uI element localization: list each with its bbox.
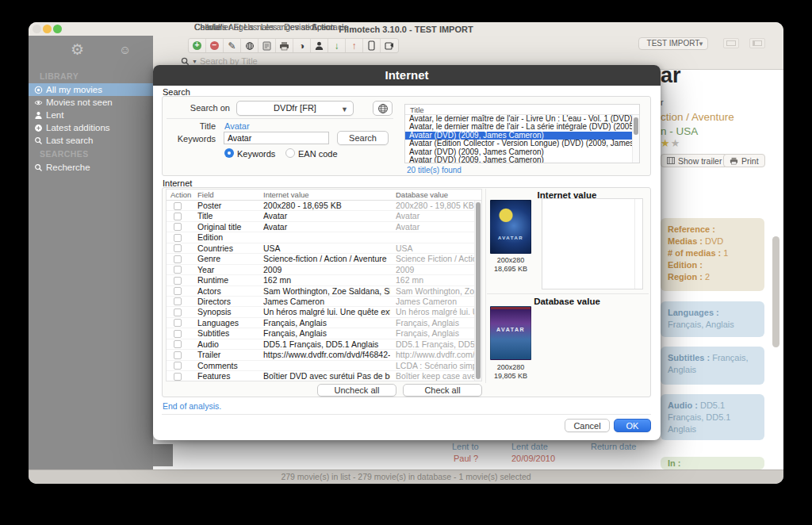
- show-trailer-button[interactable]: Show trailer: [661, 154, 728, 167]
- close-window-icon[interactable]: [33, 25, 41, 33]
- search-scope-caret[interactable]: ▼: [192, 59, 197, 64]
- results-scrollbar[interactable]: [632, 115, 639, 163]
- database-poster: AVATAR: [490, 306, 531, 360]
- table-row: Trailer https://www.dvdfr.com/dvd/f46842…: [167, 350, 481, 360]
- action-checkbox[interactable]: [174, 255, 182, 263]
- plus-circle-icon: [34, 124, 43, 132]
- remove-movie-icon[interactable]: −: [206, 39, 224, 52]
- internet-poster: AVATAR: [490, 200, 531, 254]
- sidebar-item-last-search[interactable]: Last search: [29, 134, 153, 147]
- search-result-row[interactable]: Avatar (DVD) (2009, James Cameron): [405, 148, 639, 156]
- title-value: Avatar: [224, 121, 250, 131]
- action-checkbox[interactable]: [174, 330, 182, 338]
- table-row: Runtime 162 mn 162 mn: [167, 275, 481, 285]
- movie-country-fragment: n - USA: [661, 125, 698, 137]
- search-result-row[interactable]: Avatar, le dernier maître de l'air - La …: [405, 123, 639, 131]
- action-checkbox[interactable]: [174, 234, 182, 242]
- internet-value-column-header[interactable]: Internet value: [263, 190, 309, 199]
- toolbar-buttons: + − ✎ ◑ ↓ ↑: [188, 38, 399, 53]
- keywords-radio[interactable]: [224, 148, 234, 158]
- sidebar-item-latest-additions[interactable]: Latest additions: [29, 121, 153, 134]
- ok-button[interactable]: OK: [614, 419, 651, 432]
- ean-code-radio-label: EAN code: [298, 149, 338, 159]
- sidebar-item-recherche[interactable]: Recherche: [29, 161, 153, 174]
- gear-icon[interactable]: ⚙: [71, 40, 84, 59]
- table-row: Genre Science-fiction / Action / Aventur…: [167, 254, 481, 264]
- profile-dropdown[interactable]: TEST IMPORT ▼: [638, 37, 708, 50]
- table-row: Countries USA USA: [167, 243, 481, 254]
- uncheck-all-button[interactable]: Uncheck all: [317, 384, 396, 397]
- field-column-header[interactable]: Field: [197, 190, 214, 199]
- action-checkbox[interactable]: [174, 266, 182, 274]
- action-checkbox[interactable]: [174, 277, 182, 285]
- edit-icon[interactable]: ✎: [224, 39, 241, 52]
- statistics-icon[interactable]: ◑: [293, 39, 311, 52]
- action-checkbox[interactable]: [174, 223, 182, 231]
- table-row: Directors James Cameron James Cameron: [167, 297, 481, 307]
- action-column-header[interactable]: Action: [170, 190, 191, 199]
- print-icon[interactable]: [276, 39, 293, 52]
- detail-scrollbar[interactable]: [772, 236, 779, 347]
- sidebar-library-header: LIBRARY: [40, 71, 79, 81]
- print-detail-button[interactable]: Print: [723, 154, 765, 167]
- keywords-input[interactable]: [224, 132, 329, 144]
- sidebar-item-lent[interactable]: Lent: [29, 109, 153, 121]
- results-title-column-header[interactable]: Title: [405, 105, 639, 115]
- internet-dialog: Internet Search Search on DVDfr [FR] ▼ T…: [153, 65, 661, 440]
- action-checkbox[interactable]: [174, 287, 182, 295]
- movie-list-row[interactable]: Chevallier Et Lasnales : Deviatio Specta…: [153, 22, 550, 33]
- action-checkbox[interactable]: [174, 202, 182, 210]
- audio-panel: Audio : DD5.1 Français, DD5.1 Anglais: [661, 394, 764, 440]
- search-engine-dropdown[interactable]: DVDfr [FR] ▼: [236, 101, 354, 116]
- zoom-window-icon[interactable]: [53, 25, 62, 33]
- action-checkbox[interactable]: [174, 351, 182, 359]
- reference-panel: Reference : Medias : DVD # of medias : 1…: [661, 218, 764, 291]
- action-checkbox[interactable]: [174, 340, 182, 348]
- lent-manager-icon[interactable]: [311, 39, 328, 52]
- open-website-button[interactable]: [373, 101, 393, 116]
- database-value-column-header[interactable]: Database value: [396, 190, 448, 199]
- table-scrollbar[interactable]: [474, 201, 481, 381]
- cancel-button[interactable]: Cancel: [565, 419, 610, 432]
- lent-date-header: Lent date: [511, 442, 548, 451]
- add-movie-icon[interactable]: +: [189, 39, 206, 52]
- action-checkbox[interactable]: [174, 244, 182, 252]
- search-result-row[interactable]: Avatar, le dernier maître de l'air - Liv…: [405, 115, 639, 123]
- action-checkbox[interactable]: [174, 297, 182, 305]
- action-checkbox[interactable]: [174, 213, 182, 220]
- keywords-radio-label: Keywords: [237, 149, 275, 159]
- search-result-row[interactable]: Avatar (Édition Collector - Version Long…: [405, 140, 639, 148]
- transfer-icon[interactable]: [381, 39, 398, 52]
- action-checkbox[interactable]: [174, 319, 182, 327]
- movie-genre-fragment: ction / Aventure: [661, 111, 734, 123]
- table-row: Subtitles Français, Anglais Français, An…: [167, 328, 481, 339]
- subtitles-panel: Subtitles : Français, Anglais: [661, 347, 764, 385]
- internet-search-icon[interactable]: [241, 39, 259, 52]
- database-value-header: Database value: [488, 297, 646, 306]
- keywords-label: Keywords: [167, 134, 216, 144]
- sidebar-item-all-my-movies[interactable]: All my movies: [29, 83, 153, 96]
- mobile-icon[interactable]: [363, 39, 381, 52]
- smiley-icon[interactable]: ☺: [119, 43, 131, 56]
- import-icon[interactable]: ↓: [328, 39, 346, 52]
- search-icon: [34, 163, 43, 172]
- search-result-row[interactable]: Avatar (DVD) (2009, James Cameron): [405, 132, 639, 140]
- export-icon[interactable]: ↑: [346, 39, 363, 52]
- sidebar-item-movies-not-seen[interactable]: Movies not seen: [29, 96, 153, 109]
- ean-code-radio[interactable]: [285, 148, 295, 158]
- minimize-window-icon[interactable]: [43, 25, 52, 33]
- notes-icon[interactable]: [259, 39, 276, 52]
- view-split-button[interactable]: [723, 38, 739, 48]
- analysis-status-text: End of analysis.: [163, 401, 221, 411]
- results-count: 20 title(s) found: [407, 166, 462, 174]
- check-all-button[interactable]: Check all: [403, 384, 482, 397]
- action-checkbox[interactable]: [174, 373, 182, 381]
- table-row: Comments LCDA : Scénario simpli...: [167, 361, 481, 371]
- search-button[interactable]: Search: [337, 131, 389, 145]
- search-results-list: Title Avatar, le dernier maître de l'air…: [404, 104, 640, 163]
- action-checkbox[interactable]: [174, 362, 182, 370]
- action-checkbox[interactable]: [174, 308, 182, 316]
- search-result-row[interactable]: Avatar (DVD) (2009, James Cameron): [405, 156, 639, 163]
- view-columns-button[interactable]: [749, 38, 765, 48]
- table-row: Title Avatar Avatar: [167, 211, 481, 221]
